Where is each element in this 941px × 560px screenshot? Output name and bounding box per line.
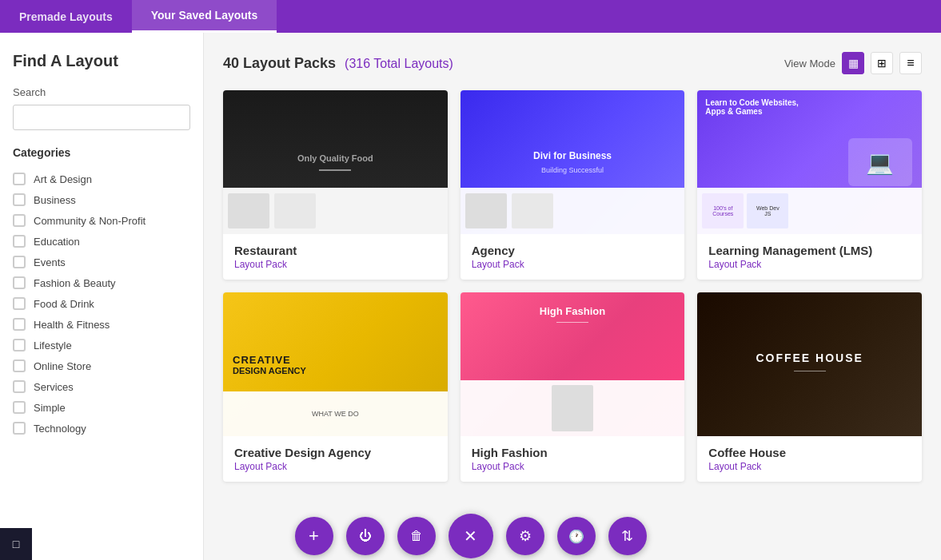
category-checkbox-business[interactable]	[13, 193, 26, 206]
card-subtitle-fashion: Layout Pack	[472, 461, 674, 472]
card-title-fashion: High Fashion	[472, 446, 674, 459]
category-checkbox-food-drink[interactable]	[13, 297, 26, 310]
category-item-health-fitness[interactable]: Health & Fitness	[13, 314, 190, 335]
count-number: 40 Layout Packs	[223, 55, 336, 71]
category-label-health-fitness: Health & Fitness	[34, 319, 110, 331]
card-subtitle-coffee: Layout Pack	[708, 461, 911, 472]
category-label-food-drink: Food & Drink	[34, 298, 94, 310]
category-label-technology: Technology	[34, 423, 86, 435]
cards-grid: Only Quality Food Restaurant Layout Pack…	[223, 90, 922, 482]
category-checkbox-education[interactable]	[13, 235, 26, 248]
category-item-services[interactable]: Services	[13, 376, 190, 397]
category-item-art-design[interactable]: Art & Design	[13, 169, 190, 189]
card-title-creative: Creative Design Agency	[234, 446, 437, 459]
close-button[interactable]: ✕	[449, 514, 493, 558]
card-creative[interactable]: CREATIVEDESIGN AGENCYWHAT WE DO Creative…	[223, 292, 448, 482]
view-mode-label: View Mode	[784, 58, 835, 70]
category-label-services: Services	[34, 381, 74, 393]
category-checkbox-art-design[interactable]	[13, 173, 26, 185]
category-item-fashion-beauty[interactable]: Fashion & Beauty	[13, 272, 190, 293]
category-item-business[interactable]: Business	[13, 189, 190, 210]
card-lms[interactable]: 💻Learn to Code Websites,Apps & Games100'…	[697, 90, 922, 280]
category-item-online-store[interactable]: Online Store	[13, 355, 190, 376]
category-item-simple[interactable]: Simple	[13, 397, 190, 418]
card-title-coffee: Coffee House	[708, 446, 911, 459]
category-item-food-drink[interactable]: Food & Drink	[13, 293, 190, 314]
category-checkbox-health-fitness[interactable]	[13, 318, 26, 331]
category-label-fashion-beauty: Fashion & Beauty	[34, 277, 116, 289]
category-label-events: Events	[34, 256, 66, 268]
card-subtitle-agency: Layout Pack	[472, 259, 674, 270]
category-item-education[interactable]: Education	[13, 231, 190, 252]
count-total: (316 Total Layouts)	[345, 57, 453, 70]
card-body-fashion: High Fashion Layout Pack	[461, 436, 685, 482]
card-body-agency: Agency Layout Pack	[461, 234, 685, 280]
delete-button[interactable]: 🗑	[397, 517, 436, 555]
search-input[interactable]	[13, 105, 190, 130]
card-image-creative: CREATIVEDESIGN AGENCYWHAT WE DO	[223, 292, 448, 436]
search-section: Search	[13, 86, 190, 130]
view-medium-grid-button[interactable]: ⊞	[871, 52, 893, 74]
category-checkbox-events[interactable]	[13, 256, 26, 268]
card-fashion[interactable]: High Fashion High Fashion Layout Pack	[461, 292, 685, 482]
view-large-grid-button[interactable]: ▦	[842, 52, 864, 74]
medium-grid-icon: ⊞	[877, 57, 887, 70]
category-item-events[interactable]: Events	[13, 252, 190, 272]
category-label-simple: Simple	[34, 402, 66, 414]
corner-icon: □	[13, 538, 19, 550]
category-label-education: Education	[34, 236, 80, 248]
sidebar: Find A Layout Search Categories Art & De…	[0, 33, 204, 560]
categories-title: Categories	[13, 146, 190, 159]
history-button[interactable]: 🕐	[557, 517, 596, 555]
card-title-lms: Learning Management (LMS)	[708, 244, 911, 257]
sidebar-title: Find A Layout	[13, 52, 190, 70]
search-label: Search	[13, 86, 190, 98]
card-image-lms: 💻Learn to Code Websites,Apps & Games100'…	[697, 90, 922, 234]
category-item-lifestyle[interactable]: Lifestyle	[13, 335, 190, 355]
category-checkbox-technology[interactable]	[13, 422, 26, 435]
category-checkbox-fashion-beauty[interactable]	[13, 276, 26, 289]
card-body-restaurant: Restaurant Layout Pack	[223, 234, 448, 280]
card-image-coffee: COFFEE HOUSE	[697, 292, 922, 436]
content-header: 40 Layout Packs (316 Total Layouts) View…	[223, 52, 922, 74]
card-subtitle-lms: Layout Pack	[708, 259, 911, 270]
header: Premade Layouts Your Saved Layouts	[0, 0, 941, 33]
corner-button[interactable]: □	[0, 528, 32, 560]
card-coffee[interactable]: COFFEE HOUSE Coffee House Layout Pack	[697, 292, 922, 482]
category-checkbox-services[interactable]	[13, 380, 26, 393]
power-button[interactable]: ⏻	[346, 517, 385, 555]
large-grid-icon: ▦	[848, 57, 859, 70]
category-item-community[interactable]: Community & Non-Profit	[13, 210, 190, 231]
card-title-agency: Agency	[472, 244, 674, 257]
card-body-coffee: Coffee House Layout Pack	[697, 436, 922, 482]
card-image-agency: Divi for BusinessBuilding Successful	[461, 90, 685, 234]
view-mode-section: View Mode ▦ ⊞ ≡	[784, 52, 922, 74]
card-subtitle-creative: Layout Pack	[234, 461, 437, 472]
sort-button[interactable]: ⇅	[608, 517, 647, 555]
tab-saved[interactable]: Your Saved Layouts	[132, 0, 277, 33]
categories-list: Art & Design Business Community & Non-Pr…	[13, 169, 190, 439]
category-item-technology[interactable]: Technology	[13, 418, 190, 439]
category-label-art-design: Art & Design	[34, 173, 92, 185]
card-title-restaurant: Restaurant	[234, 244, 437, 257]
card-body-creative: Creative Design Agency Layout Pack	[223, 436, 448, 482]
category-label-community: Community & Non-Profit	[34, 215, 146, 227]
card-body-lms: Learning Management (LMS) Layout Pack	[697, 234, 922, 280]
category-checkbox-lifestyle[interactable]	[13, 339, 26, 351]
category-checkbox-community[interactable]	[13, 214, 26, 227]
add-button[interactable]: +	[295, 517, 333, 555]
category-label-online-store: Online Store	[34, 360, 91, 372]
card-subtitle-restaurant: Layout Pack	[234, 259, 437, 270]
category-checkbox-online-store[interactable]	[13, 359, 26, 372]
card-image-fashion: High Fashion	[461, 292, 685, 436]
layout-count: 40 Layout Packs (316 Total Layouts)	[223, 55, 453, 72]
card-restaurant[interactable]: Only Quality Food Restaurant Layout Pack	[223, 90, 448, 280]
main-container: Find A Layout Search Categories Art & De…	[0, 33, 941, 560]
list-icon: ≡	[907, 56, 914, 70]
category-checkbox-simple[interactable]	[13, 401, 26, 414]
view-list-button[interactable]: ≡	[899, 52, 922, 74]
settings-button[interactable]: ⚙	[506, 517, 544, 555]
content-area: 40 Layout Packs (316 Total Layouts) View…	[204, 33, 941, 560]
card-agency[interactable]: Divi for BusinessBuilding Successful Age…	[461, 90, 685, 280]
tab-premade[interactable]: Premade Layouts	[0, 0, 132, 33]
